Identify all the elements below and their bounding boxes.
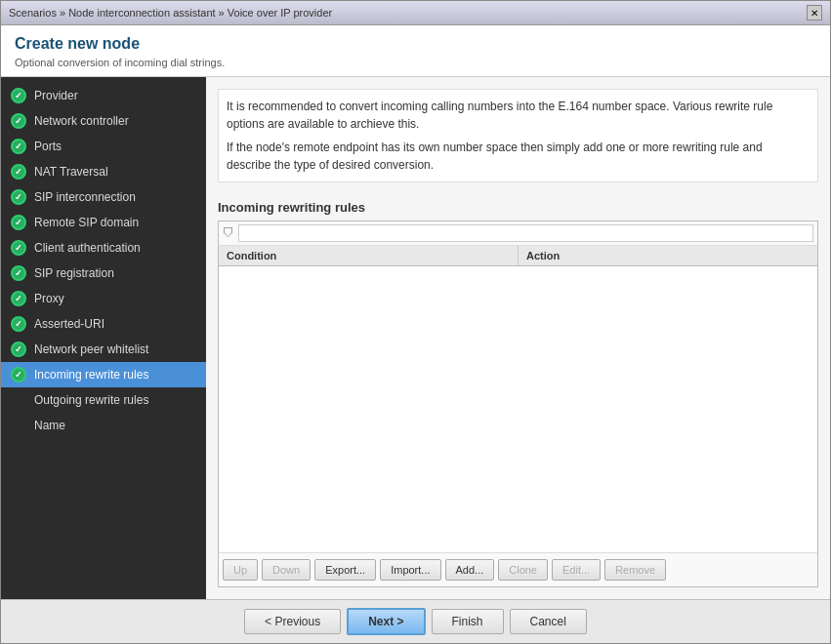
- sidebar-item-incoming-rewrite-rules[interactable]: Incoming rewrite rules: [1, 362, 206, 387]
- table-header: Condition Action: [219, 246, 817, 266]
- check-icon-proxy: [11, 291, 26, 306]
- sidebar-item-label-client-authentication: Client authentication: [34, 241, 141, 255]
- check-icon-nat-traversal: [11, 164, 26, 180]
- edit-button[interactable]: Edit...: [552, 559, 601, 581]
- check-icon-incoming-rewrite-rules: [11, 367, 26, 382]
- close-button[interactable]: ✕: [807, 5, 822, 20]
- sidebar-item-proxy[interactable]: Proxy: [1, 286, 206, 311]
- next-button[interactable]: Next >: [347, 608, 425, 635]
- sidebar-item-label-remote-sip-domain: Remote SIP domain: [34, 216, 139, 229]
- sidebar-item-label-network-peer-whitelist: Network peer whitelist: [34, 342, 148, 356]
- sidebar-item-name[interactable]: Name: [1, 413, 206, 438]
- description-line-1: It is recommended to convert incoming ca…: [227, 98, 810, 133]
- filter-input[interactable]: [238, 224, 813, 242]
- table-filter-bar: ⛉: [219, 221, 817, 246]
- table-body: [219, 266, 817, 552]
- column-condition: Condition: [219, 246, 519, 265]
- sidebar-item-remote-sip-domain[interactable]: Remote SIP domain: [1, 210, 206, 235]
- main-window: Scenarios » Node interconnection assista…: [0, 0, 831, 644]
- main-area: ProviderNetwork controllerPortsNAT Trave…: [1, 77, 830, 599]
- check-icon-remote-sip-domain: [11, 215, 26, 230]
- sidebar-item-label-sip-interconnection: SIP interconnection: [34, 190, 136, 204]
- content-area: It is recommended to convert incoming ca…: [206, 77, 830, 599]
- sidebar-item-provider[interactable]: Provider: [1, 83, 206, 108]
- remove-button[interactable]: Remove: [604, 559, 666, 581]
- rules-table: ⛉ Condition Action Up Down Export... Imp…: [218, 221, 818, 587]
- add-button[interactable]: Add...: [445, 559, 495, 581]
- description-line-2: If the node's remote endpoint has its ow…: [227, 139, 810, 174]
- check-icon-sip-registration: [11, 265, 26, 281]
- sidebar-item-label-proxy: Proxy: [34, 292, 64, 305]
- sidebar-item-outgoing-rewrite-rules[interactable]: Outgoing rewrite rules: [1, 387, 206, 413]
- section-title: Incoming rewriting rules: [218, 200, 818, 215]
- check-icon-provider: [11, 88, 26, 103]
- up-button[interactable]: Up: [223, 559, 258, 581]
- finish-button[interactable]: Finish: [432, 609, 504, 634]
- sidebar-item-nat-traversal[interactable]: NAT Traversal: [1, 159, 206, 184]
- clone-button[interactable]: Clone: [498, 559, 548, 581]
- filter-icon: ⛉: [223, 226, 234, 240]
- check-icon-ports: [11, 139, 26, 154]
- sidebar-item-label-ports: Ports: [34, 140, 62, 153]
- import-button[interactable]: Import...: [380, 559, 440, 581]
- check-icon-network-controller: [11, 113, 26, 129]
- page-title: Create new node: [15, 35, 816, 53]
- previous-button[interactable]: < Previous: [244, 609, 341, 634]
- sidebar-item-network-controller[interactable]: Network controller: [1, 108, 206, 134]
- column-action: Action: [519, 246, 817, 265]
- sidebar-item-label-nat-traversal: NAT Traversal: [34, 165, 108, 179]
- page-subtitle: Optional conversion of incoming dial str…: [15, 57, 816, 68]
- sidebar-item-network-peer-whitelist[interactable]: Network peer whitelist: [1, 337, 206, 362]
- sidebar-item-sip-interconnection[interactable]: SIP interconnection: [1, 184, 206, 210]
- no-check-name: [11, 418, 26, 433]
- sidebar-item-ports[interactable]: Ports: [1, 134, 206, 159]
- check-icon-sip-interconnection: [11, 189, 26, 205]
- sidebar-item-label-incoming-rewrite-rules: Incoming rewrite rules: [34, 368, 148, 382]
- check-icon-client-authentication: [11, 240, 26, 256]
- cancel-button[interactable]: Cancel: [510, 609, 587, 634]
- title-bar-text: Scenarios » Node interconnection assista…: [9, 7, 332, 19]
- sidebar-item-client-authentication[interactable]: Client authentication: [1, 235, 206, 261]
- sidebar-item-label-sip-registration: SIP registration: [34, 266, 114, 280]
- description-box: It is recommended to convert incoming ca…: [218, 89, 818, 182]
- sidebar-item-label-network-controller: Network controller: [34, 114, 129, 128]
- down-button[interactable]: Down: [262, 559, 311, 581]
- title-bar: Scenarios » Node interconnection assista…: [1, 1, 830, 25]
- sidebar-item-asserted-uri[interactable]: Asserted-URI: [1, 311, 206, 337]
- export-button[interactable]: Export...: [314, 559, 376, 581]
- sidebar-item-sip-registration[interactable]: SIP registration: [1, 261, 206, 286]
- sidebar: ProviderNetwork controllerPortsNAT Trave…: [1, 77, 206, 599]
- sidebar-item-label-asserted-uri: Asserted-URI: [34, 317, 104, 331]
- table-actions: Up Down Export... Import... Add... Clone…: [219, 552, 817, 586]
- sidebar-item-label-provider: Provider: [34, 89, 78, 102]
- check-icon-network-peer-whitelist: [11, 342, 26, 357]
- header: Create new node Optional conversion of i…: [1, 25, 830, 77]
- footer: < Previous Next > Finish Cancel: [1, 599, 830, 643]
- sidebar-item-label-outgoing-rewrite-rules: Outgoing rewrite rules: [34, 393, 148, 407]
- no-check-outgoing-rewrite-rules: [11, 392, 26, 408]
- sidebar-item-label-name: Name: [34, 419, 65, 432]
- check-icon-asserted-uri: [11, 316, 26, 332]
